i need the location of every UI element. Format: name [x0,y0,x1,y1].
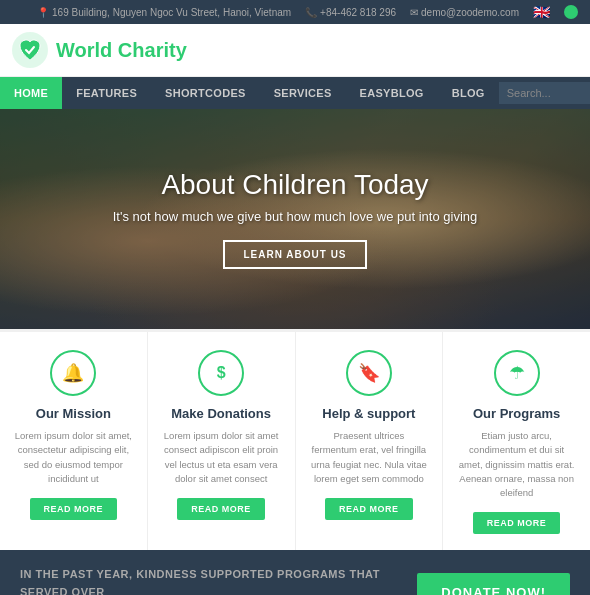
search-container: 🔍 [499,82,590,104]
card-support: 🔖 Help & support Praesent ultrices ferme… [296,332,444,550]
nav-item-home[interactable]: HOME [0,77,62,109]
nav-item-easyblog[interactable]: EASYBLOG [346,77,438,109]
support-icon: 🔖 [346,350,392,396]
mission-read-more-button[interactable]: READ MORE [30,498,118,520]
programs-read-more-button[interactable]: READ MORE [473,512,561,534]
flag-green-icon[interactable] [564,5,578,19]
donations-title: Make Donations [162,406,281,421]
nav-item-services[interactable]: SERVICES [260,77,346,109]
nav-item-features[interactable]: FEATURES [62,77,151,109]
learn-about-us-button[interactable]: LEARN ABOUT US [223,240,366,269]
card-donations: $ Make Donations Lorem ipsum dolor sit a… [148,332,296,550]
email-icon: ✉ [410,7,418,18]
hero-section: About Children Today It's not how much w… [0,109,590,329]
address-info: 📍 169 Building, Nguyen Ngoc Vu Street, H… [37,7,291,18]
support-title: Help & support [310,406,429,421]
support-text: Praesent ultrices fermentum erat, vel fr… [310,429,429,486]
main-nav: HOME FEATURES SHORTCODES SERVICES EASYBL… [0,77,590,109]
search-input[interactable] [507,87,590,99]
phone-icon: 📞 [305,7,317,18]
logo-text: World Charity [56,39,187,62]
programs-icon: ☂ [494,350,540,396]
donations-icon: $ [198,350,244,396]
feature-cards: 🔔 Our Mission Lorem ipsum dolor sit amet… [0,329,590,550]
footer-banner-text: IN THE PAST YEAR, KINDNESS SUPPORTED PRO… [20,566,417,595]
hero-content: About Children Today It's not how much w… [93,169,498,269]
mission-icon: 🔔 [50,350,96,396]
mission-title: Our Mission [14,406,133,421]
nav-item-shortcodes[interactable]: SHORTCODES [151,77,260,109]
nav-item-blog[interactable]: BLOG [438,77,499,109]
top-bar: 📍 169 Building, Nguyen Ngoc Vu Street, H… [0,0,590,24]
programs-title: Our Programs [457,406,576,421]
email-info: ✉ demo@zoodemo.com [410,7,519,18]
support-read-more-button[interactable]: READ MORE [325,498,413,520]
card-programs: ☂ Our Programs Etiam justo arcu, condime… [443,332,590,550]
card-mission: 🔔 Our Mission Lorem ipsum dolor sit amet… [0,332,148,550]
donations-read-more-button[interactable]: READ MORE [177,498,265,520]
programs-text: Etiam justo arcu, condimentum et dui sit… [457,429,576,500]
logo-icon [12,32,48,68]
location-icon: 📍 [37,7,49,18]
hero-title: About Children Today [113,169,478,201]
footer-banner: IN THE PAST YEAR, KINDNESS SUPPORTED PRO… [0,550,590,595]
hero-subtitle: It's not how much we give but how much l… [113,209,478,224]
logo[interactable]: World Charity [12,32,187,68]
phone-info: 📞 +84-462 818 296 [305,7,396,18]
donations-text: Lorem ipsum dolor sit amet consect adipi… [162,429,281,486]
mission-text: Lorem ipsum dolor sit amet, consectetur … [14,429,133,486]
donate-now-button[interactable]: DONATE NOW! [417,573,570,595]
flag-uk-icon[interactable]: 🇬🇧 [533,4,550,20]
header: World Charity [0,24,590,77]
